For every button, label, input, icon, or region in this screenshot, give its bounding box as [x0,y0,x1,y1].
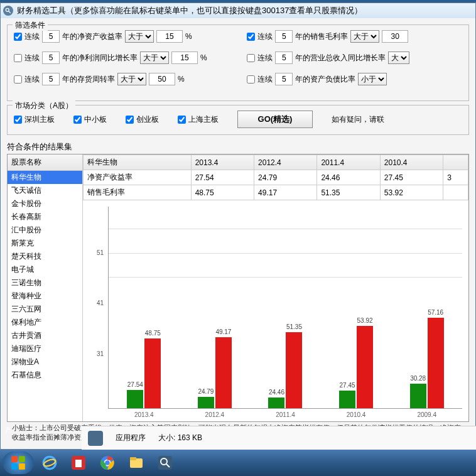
svg-point-0 [6,8,9,11]
stock-list-header: 股票名称 [8,154,82,171]
bar-value-label: 30.28 [410,375,426,382]
market-checkbox[interactable] [73,116,82,124]
continuous-checkbox[interactable] [14,54,22,62]
continuous-checkbox[interactable] [247,33,255,41]
list-item[interactable]: 三诺生物 [8,276,82,289]
list-item[interactable]: 金卡股份 [8,197,82,210]
app-window: 财务精选工具（更多惊喜功能在鼠标右键菜单中，也可以直接按键盘300137查看单只… [0,3,476,450]
bar-value-label: 24.46 [269,389,284,396]
stock-list-body[interactable]: 科华生物飞天诚信金卡股份长春高新汇中股份斯莱克楚天科技电子城三诺生物登海种业三六… [8,171,82,421]
bar-value-label: 49.17 [215,328,231,335]
list-item[interactable]: 汇中股份 [8,224,82,237]
list-item[interactable]: 石基信息 [8,369,82,382]
bar: 24.79 [198,397,214,409]
table-cell: 27.54 [191,170,254,185]
file-size: 大小: 163 KB [158,433,202,443]
svg-rect-9 [75,460,82,467]
list-item[interactable]: 古井贡酒 [8,329,82,342]
chart-area: 514131 27.5448.752013.424.7949.172012.42… [83,200,468,421]
bar: 51.35 [286,332,302,408]
years-input[interactable] [42,30,60,43]
list-item[interactable]: 楚天科技 [8,250,82,263]
continuous-checkbox[interactable] [14,75,22,84]
go-button[interactable]: GO(精选) [237,111,313,128]
bar-group: 30.2857.162009.4 [410,318,444,408]
table-cell: 27.45 [380,170,443,185]
help-text: 如有疑问，请联 [332,114,384,125]
title-bar: 财务精选工具（更多惊喜功能在鼠标右键菜单中，也可以直接按键盘300137查看单只… [1,3,475,18]
table-cell: 48.75 [191,185,254,200]
list-item[interactable]: 保利地产 [8,316,82,329]
list-item[interactable]: 长春高新 [8,210,82,224]
market-checkbox[interactable] [14,116,22,124]
value-input[interactable] [156,30,183,43]
start-button[interactable] [3,452,34,474]
file-info-panel: 应用程序 大小: 163 KB [82,426,476,450]
operator-select[interactable]: 大于 [140,51,169,64]
operator-select[interactable]: 大于 [125,30,154,43]
value-input[interactable] [149,73,175,85]
years-input[interactable] [275,30,293,43]
bar: 24.46 [268,398,284,408]
continuous-checkbox[interactable] [247,54,255,62]
filter-item: 连续年的资产负债比率小于 [247,73,462,85]
bar-group: 27.4553.922010.4 [339,326,373,408]
bar-value-label: 53.92 [357,317,373,324]
svg-rect-15 [158,456,172,470]
years-input[interactable] [42,51,60,64]
table-cell: 24.79 [254,170,317,185]
continuous-checkbox[interactable] [247,75,255,84]
table-header: 2013.4 [191,155,254,170]
bar-group: 24.4651.352011.4 [268,332,302,408]
svg-rect-4 [11,463,18,470]
x-label: 2009.4 [417,411,436,418]
list-item[interactable]: 迪瑞医疗 [8,342,82,355]
x-label: 2012.4 [205,411,225,418]
list-item[interactable]: 科华生物 [8,171,82,184]
list-item[interactable]: 深物业A [8,355,82,369]
bar: 57.16 [428,318,444,408]
table-cell: 51.35 [317,185,380,200]
bar: 49.17 [215,337,232,408]
years-input[interactable] [42,73,60,85]
years-input[interactable] [275,51,293,64]
table-cell: 49.17 [254,185,317,200]
table-cell: 53.92 [380,185,443,200]
y-tick: 31 [97,350,104,357]
operator-select[interactable]: 小于 [358,73,387,85]
svg-rect-14 [130,457,136,460]
value-input[interactable] [382,30,408,43]
list-item[interactable]: 飞天诚信 [8,184,82,197]
market-group-label: 市场分类（A股） [13,100,75,111]
table-header: 2011.4 [317,155,380,170]
stock-app-icon[interactable] [65,452,92,473]
x-label: 2011.4 [276,411,295,418]
years-input[interactable] [275,73,293,85]
x-label: 2010.4 [347,411,366,418]
search-app-icon[interactable] [152,452,178,473]
operator-select[interactable]: 大于 [117,73,146,85]
data-table: 科华生物2013.42012.42011.42010.4净资产收益率27.542… [83,154,468,200]
bar-value-label: 24.79 [198,388,214,395]
svg-point-12 [105,460,110,465]
ie-icon[interactable] [36,452,63,473]
list-item[interactable]: 斯莱克 [8,237,82,250]
bar: 27.45 [339,391,355,409]
svg-rect-3 [19,456,25,462]
continuous-checkbox[interactable] [14,33,22,41]
value-input[interactable] [171,51,198,64]
bar-value-label: 51.35 [286,323,302,330]
list-item[interactable]: 电子城 [8,263,82,276]
market-checkbox-item: 中小板 [73,114,107,125]
taskbar [0,450,476,476]
app-icon [88,431,103,446]
market-checkbox[interactable] [178,116,186,124]
operator-select[interactable]: 大于 [350,30,379,43]
operator-select[interactable]: 大 [388,51,409,64]
filter-group-label: 筛选条件 [13,20,48,31]
explorer-icon[interactable] [123,452,149,473]
market-checkbox[interactable] [126,116,134,124]
list-item[interactable]: 三六五网 [8,303,82,316]
chrome-icon[interactable] [94,452,121,473]
list-item[interactable]: 登海种业 [8,289,82,303]
